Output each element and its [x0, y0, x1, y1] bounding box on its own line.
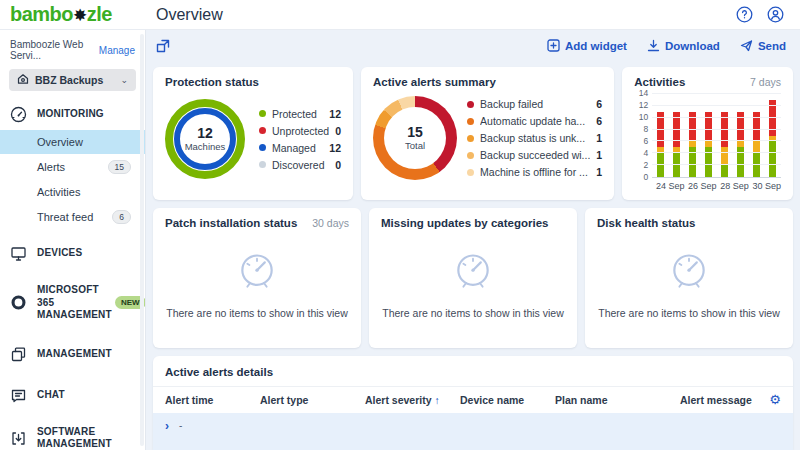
- y-tick-label: 8: [643, 124, 648, 134]
- widget-missing-updates: Missing updates by categories There are: [369, 208, 577, 348]
- protection-donut: 12 Machines: [165, 99, 245, 179]
- legend-value: 6: [596, 98, 602, 110]
- table-settings-gear-icon[interactable]: ⚙: [769, 393, 781, 406]
- app-window: bambo✸zle Overview Bambo: [0, 0, 800, 450]
- layers-icon: [10, 346, 27, 363]
- widget-title: Missing updates by categories: [381, 217, 548, 229]
- sidebar-section-devices[interactable]: DEVICES: [0, 238, 145, 269]
- widget-active-alerts-details: Active alerts details Alert time Alert t…: [153, 356, 793, 450]
- widget-patch-installation-status: Patch installation status 30 days: [153, 208, 361, 348]
- sidebar-section-label: MANAGEMENT: [37, 348, 112, 361]
- legend-label: Discovered: [272, 159, 329, 171]
- table-title: Active alerts details: [153, 356, 793, 386]
- software-package-icon: [10, 430, 27, 447]
- gridline: [652, 140, 781, 141]
- sidebar-section-label: SOFTWARE MANAGEMENT: [37, 426, 115, 450]
- widget-active-alerts-summary: Active alerts summary 15 Total: [361, 67, 614, 200]
- legend-dot: [467, 169, 474, 176]
- threat-feed-count-badge: 6: [112, 210, 131, 224]
- legend-item: Machine is offline for ... 1: [467, 166, 602, 178]
- x-tick-label: 24 Sep: [656, 181, 685, 191]
- widget-activities: Activities 7 days 02468101214 24 Sep26 S…: [622, 67, 793, 200]
- sidebar-item-threat-feed[interactable]: Threat feed 6: [0, 204, 145, 230]
- legend-dot: [259, 127, 266, 134]
- y-tick-label: 10: [639, 112, 648, 122]
- send-label: Send: [758, 40, 786, 52]
- widget-disk-health: Disk health status There are no items t: [585, 208, 793, 348]
- add-widget-button[interactable]: Add widget: [547, 39, 627, 52]
- legend-item: Discovered 0: [259, 159, 341, 171]
- sidebar-item-alerts[interactable]: Alerts 15: [0, 154, 145, 180]
- legend-item: Protected 12: [259, 108, 341, 120]
- widget-title: Active alerts summary: [373, 76, 496, 88]
- legend-item: Managed 12: [259, 142, 341, 154]
- table-group-row[interactable]: › -: [153, 413, 793, 450]
- brand-logo[interactable]: bambo✸zle: [0, 3, 146, 26]
- gridline: [652, 164, 781, 165]
- sidebar-scrollbar[interactable]: [140, 34, 144, 446]
- chat-icon: [10, 387, 27, 404]
- y-tick-label: 0: [643, 172, 648, 182]
- legend-value: 1: [596, 166, 602, 178]
- column-header-alert-severity[interactable]: Alert severity↑: [365, 394, 460, 406]
- workspace-dropdown[interactable]: BBZ Backups ⌄: [9, 69, 136, 91]
- legend-dot: [259, 161, 266, 168]
- account-icon[interactable]: [767, 6, 784, 23]
- x-tick-label: 30 Sep: [752, 181, 781, 191]
- manage-link[interactable]: Manage: [99, 45, 135, 56]
- gridline: [652, 152, 781, 153]
- legend-dot: [467, 152, 474, 159]
- protection-center-value: 12: [197, 126, 213, 141]
- download-button[interactable]: Download: [647, 39, 720, 52]
- group-row-value: -: [179, 420, 182, 431]
- download-label: Download: [665, 40, 720, 52]
- sidebar-section-label: MONITORING: [37, 108, 104, 121]
- column-header-device-name[interactable]: Device name: [460, 394, 555, 406]
- help-icon[interactable]: [736, 6, 753, 23]
- sidebar-section-label: MICROSOFT 365 MANAGEMENT: [37, 284, 109, 322]
- sidebar-section-chat[interactable]: CHAT: [0, 380, 145, 411]
- gridline: [652, 105, 781, 106]
- y-tick-label: 4: [643, 148, 648, 158]
- column-header-alert-message[interactable]: Alert message: [680, 394, 769, 406]
- expand-widgets-icon[interactable]: [156, 39, 170, 53]
- workspace-icon: [17, 71, 29, 89]
- column-header-alert-time[interactable]: Alert time: [165, 394, 260, 406]
- sidebar-section-software-management[interactable]: SOFTWARE MANAGEMENT: [0, 419, 145, 450]
- legend-value: 12: [329, 142, 341, 154]
- legend-item: Unprotected 0: [259, 125, 341, 137]
- legend-label: Automatic update ha...: [480, 115, 590, 127]
- add-widget-label: Add widget: [565, 40, 627, 52]
- widget-protection-status: Protection status 12 Machines: [153, 67, 353, 200]
- column-header-alert-type[interactable]: Alert type: [260, 394, 365, 406]
- expand-row-chevron-icon[interactable]: ›: [165, 420, 169, 432]
- gridline: [652, 129, 781, 130]
- microsoft-365-icon: [10, 294, 27, 311]
- table-header-row: Alert time Alert type Alert severity↑ De…: [153, 386, 793, 413]
- sidebar-item-activities[interactable]: Activities: [0, 180, 145, 204]
- legend-label: Machine is offline for ...: [480, 166, 590, 178]
- widget-title: Activities: [634, 76, 685, 88]
- logo-text-pre: bambo: [10, 3, 73, 25]
- legend-dot: [259, 144, 266, 151]
- sidebar-section-monitoring[interactable]: MONITORING: [0, 99, 145, 130]
- empty-state-text: There are no items to show in this view: [166, 307, 348, 319]
- column-header-plan-name[interactable]: Plan name: [555, 394, 680, 406]
- legend-dot: [467, 118, 474, 125]
- y-tick-label: 6: [643, 136, 648, 146]
- sidebar-section-microsoft-365[interactable]: MICROSOFT 365 MANAGEMENT NEW: [0, 277, 145, 329]
- tenant-name: Bamboozle Web Servi...: [10, 39, 99, 61]
- legend-item: Backup succeeded wi... 1: [467, 149, 602, 161]
- send-button[interactable]: Send: [740, 39, 786, 52]
- legend-label: Unprotected: [272, 125, 329, 137]
- sidebar-item-label: Overview: [37, 136, 135, 148]
- monitor-icon: [10, 245, 27, 262]
- sidebar-section-management[interactable]: MANAGEMENT: [0, 339, 145, 370]
- alerts-donut: 15 Total: [373, 96, 457, 180]
- topbar: bambo✸zle Overview: [0, 0, 800, 30]
- legend-label: Backup failed: [480, 98, 590, 110]
- sidebar-item-overview[interactable]: Overview: [0, 130, 145, 154]
- y-tick-label: 2: [643, 160, 648, 170]
- widget-title: Patch installation status: [165, 217, 297, 229]
- legend-label: Backup status is unk...: [480, 132, 590, 144]
